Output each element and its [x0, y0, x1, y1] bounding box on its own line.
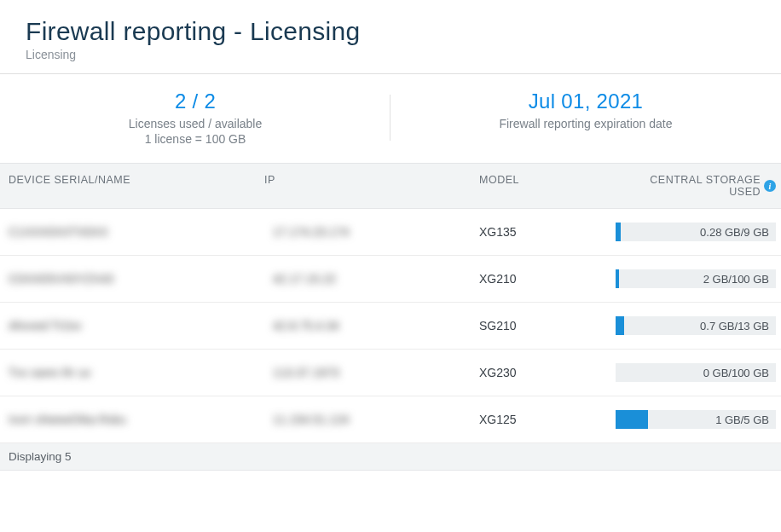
breadcrumb: Licensing — [26, 48, 755, 61]
licenses-label: Licenses used / available — [0, 117, 390, 130]
cell-storage: 0.28 GB/9 GB — [616, 223, 781, 241]
ip-redacted: 113.37.1973 — [273, 366, 339, 379]
storage-progress-text: 2 GB/100 GB — [703, 269, 769, 288]
table-body: C1XXX0XXTX0XX17.174.23.174XG1350.28 GB/9… — [0, 209, 781, 443]
device-serial-redacted: C1XXX0XXTX0XX — [9, 225, 108, 239]
info-icon[interactable]: i — [764, 180, 776, 192]
cell-storage: 0.7 GB/13 GB — [616, 316, 781, 335]
table-footer: Displaying 5 — [0, 443, 781, 471]
cell-model: XG230 — [479, 366, 616, 379]
cell-device: Ivvrr oheewOIka Rsku — [0, 413, 264, 426]
cell-ip: 17.174.23.174 — [264, 225, 479, 239]
table-row[interactable]: Ivvrr oheewOIka Rsku11.154.51.124XG1251 … — [0, 396, 781, 443]
storage-progress-text: 0.28 GB/9 GB — [700, 223, 769, 241]
column-header-storage[interactable]: CENTRAL STORAGE USED i — [616, 174, 781, 198]
licenses-summary: 2 / 2 Licenses used / available 1 licens… — [0, 90, 390, 146]
storage-progress-text: 0.7 GB/13 GB — [700, 316, 769, 335]
cell-storage: 2 GB/100 GB — [616, 269, 781, 288]
ip-redacted: 42.8.75.4.34 — [273, 319, 339, 332]
cell-device: C1XXX0XXTX0XX — [0, 225, 264, 239]
cell-device: C0XX0SVX0YZX43 — [0, 272, 264, 286]
cell-model: XG125 — [479, 413, 616, 426]
cell-ip: 42.17.15.22 — [264, 272, 479, 286]
storage-progress-fill — [616, 223, 621, 241]
table-row[interactable]: C0XX0SVX0YZX4342.17.15.22XG2102 GB/100 G… — [0, 256, 781, 303]
cell-model: SG210 — [479, 319, 616, 332]
ip-redacted: 17.174.23.174 — [273, 225, 350, 239]
devices-table: DEVICE SERIAL/NAME IP MODEL CENTRAL STOR… — [0, 163, 781, 471]
storage-progress: 0 GB/100 GB — [616, 363, 776, 382]
column-header-storage-label: CENTRAL STORAGE USED — [616, 174, 761, 198]
storage-progress: 0.28 GB/9 GB — [616, 223, 776, 241]
cell-ip: 42.8.75.4.34 — [264, 319, 479, 332]
column-header-ip[interactable]: IP — [264, 174, 479, 198]
device-serial-redacted: Ivvrr oheewOIka Rsku — [9, 413, 126, 426]
device-serial-redacted: Tvv swnn Rr uv — [9, 366, 90, 379]
page-title: Firewall reporting - Licensing — [26, 17, 755, 46]
storage-progress-text: 1 GB/5 GB — [715, 410, 769, 429]
storage-progress-text: 0 GB/100 GB — [703, 363, 769, 382]
table-row[interactable]: Ahvved Tr2ov42.8.75.4.34SG2100.7 GB/13 G… — [0, 303, 781, 350]
table-row[interactable]: C1XXX0XXTX0XX17.174.23.174XG1350.28 GB/9… — [0, 209, 781, 256]
column-header-model[interactable]: MODEL — [479, 174, 616, 198]
cell-storage: 1 GB/5 GB — [616, 410, 781, 429]
licenses-note: 1 license = 100 GB — [0, 132, 390, 146]
expiration-summary: Jul 01, 2021 Firewall reporting expirati… — [390, 90, 781, 146]
storage-progress: 0.7 GB/13 GB — [616, 316, 776, 335]
ip-redacted: 42.17.15.22 — [273, 272, 336, 286]
storage-progress-fill — [616, 269, 619, 288]
cell-model: XG210 — [479, 272, 616, 286]
ip-redacted: 11.154.51.124 — [273, 413, 350, 426]
cell-device: Tvv swnn Rr uv — [0, 366, 264, 379]
cell-model: XG135 — [479, 225, 616, 239]
storage-progress-fill — [616, 316, 624, 335]
expiration-label: Firewall reporting expiration date — [390, 117, 781, 130]
cell-storage: 0 GB/100 GB — [616, 363, 781, 382]
cell-device: Ahvved Tr2ov — [0, 319, 264, 332]
cell-ip: 113.37.1973 — [264, 366, 479, 379]
expiration-value: Jul 01, 2021 — [390, 90, 781, 113]
summary-panel: 2 / 2 Licenses used / available 1 licens… — [0, 73, 781, 163]
storage-progress: 1 GB/5 GB — [616, 410, 776, 429]
storage-progress: 2 GB/100 GB — [616, 269, 776, 288]
cell-ip: 11.154.51.124 — [264, 413, 479, 426]
table-header: DEVICE SERIAL/NAME IP MODEL CENTRAL STOR… — [0, 163, 781, 209]
licenses-value: 2 / 2 — [0, 90, 390, 113]
column-header-device[interactable]: DEVICE SERIAL/NAME — [0, 174, 264, 198]
device-serial-redacted: C0XX0SVX0YZX43 — [9, 272, 113, 286]
device-serial-redacted: Ahvved Tr2ov — [9, 319, 82, 332]
storage-progress-fill — [616, 410, 648, 429]
table-row[interactable]: Tvv swnn Rr uv113.37.1973XG2300 GB/100 G… — [0, 350, 781, 396]
